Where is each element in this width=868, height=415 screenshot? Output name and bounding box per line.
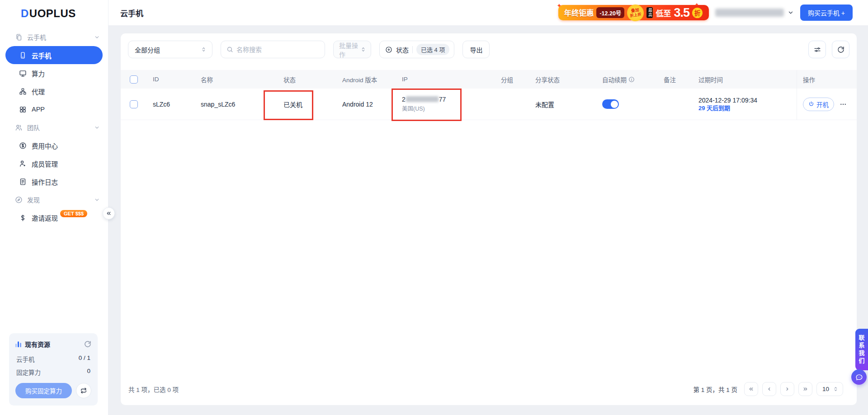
sidebar-item-logs[interactable]: 操作日志	[5, 173, 103, 191]
toggle-knob	[611, 101, 618, 108]
name-search-field	[221, 41, 325, 58]
swap-resource-button[interactable]	[76, 383, 91, 398]
buy-fixed-compute-button[interactable]: 购买固定算力	[15, 383, 72, 398]
resource-label: 固定算力	[16, 368, 41, 377]
log-document-icon	[19, 178, 27, 186]
plus-circle-icon	[385, 46, 392, 53]
sidebar-item-label: 费用中心	[32, 141, 58, 150]
column-header-name: 名称	[195, 70, 278, 89]
sidebar-item-label: 邀请返现	[32, 213, 58, 223]
cloud-phone-list-card: 全部分组 批量操作 状态 已选 4 项 导出	[121, 33, 857, 405]
power-icon	[808, 101, 814, 107]
contact-us-tab[interactable]: 联系我们	[855, 329, 868, 370]
team-icon	[15, 124, 23, 131]
phones-icon	[15, 33, 23, 41]
sparkle-icon: ✦	[557, 2, 561, 9]
double-chevron-left-icon	[748, 386, 754, 392]
divider	[412, 46, 413, 53]
refresh-icon	[837, 46, 844, 53]
promo-banner[interactable]: ✦ 年终钜惠 -12.20号 叠加 折上折 最高 低至 3.5 折 ✦	[558, 5, 709, 20]
sidebar-item-invite[interactable]: 邀请返现 GET $$$	[5, 209, 103, 227]
updown-chevron-icon	[833, 386, 839, 392]
row-checkbox[interactable]	[130, 100, 138, 108]
table-row: sLZc6 snap_sLZc6 已关机 Android 12 277 美国(U…	[121, 89, 857, 120]
sidebar-item-label: 代理	[32, 87, 45, 96]
resource-label: 云手机	[16, 354, 35, 364]
pagination-bar: 共 1 项，已选 0 项 第 1 页，共 1 页 10	[121, 377, 857, 405]
chevron-down-icon	[788, 9, 794, 16]
refresh-list-button[interactable]	[832, 41, 849, 58]
page-size-value: 10	[822, 386, 829, 392]
column-header-group: 分组	[495, 70, 529, 89]
cell-remark	[658, 89, 693, 120]
dollar-icon	[19, 214, 27, 222]
last-page-button[interactable]	[798, 382, 812, 396]
sidebar-item-billing[interactable]: 费用中心	[5, 136, 103, 154]
table-header-row: ID 名称 状态 Android 版本 IP 分组 分享状态 自动续期 备注 过…	[121, 70, 857, 89]
export-button[interactable]: 导出	[462, 41, 490, 58]
page-info: 第 1 页，共 1 页	[693, 385, 737, 394]
sidebar-group-cloud-phone[interactable]: 云手机	[0, 28, 108, 46]
dollar-circle-icon	[19, 142, 27, 149]
column-header-ip: IP	[396, 70, 495, 89]
expire-time: 2024-12-29 17:09:34	[698, 97, 757, 103]
group-filter-value: 全部分组	[135, 45, 160, 54]
sidebar-item-compute[interactable]: 算力	[5, 64, 103, 82]
buy-cloud-phone-button[interactable]: 购买云手机 +	[800, 5, 853, 21]
member-icon	[19, 160, 27, 168]
contact-us-label: 联系我们	[859, 334, 865, 364]
sidebar-item-app[interactable]: APP	[5, 100, 103, 118]
sidebar-item-cloud-phone[interactable]: 云手机	[5, 46, 103, 64]
sidebar-item-label: 操作日志	[32, 177, 58, 187]
chevron-down-icon	[94, 197, 100, 203]
chat-bubble-button[interactable]	[851, 369, 867, 385]
prev-page-button[interactable]	[762, 382, 776, 396]
column-settings-button[interactable]	[808, 41, 826, 58]
sidebar-item-proxy[interactable]: 代理	[5, 82, 103, 100]
sidebar-group-discover[interactable]: 发现	[0, 191, 108, 209]
duoplus-logo: DUOPLUS	[21, 7, 108, 20]
more-actions-button[interactable]	[838, 99, 848, 109]
column-header-share: 分享状态	[529, 70, 596, 89]
column-header-actions: 操作	[797, 70, 857, 89]
refresh-icon[interactable]	[84, 340, 91, 348]
grid-icon	[19, 106, 27, 113]
updown-chevron-icon	[201, 47, 207, 52]
bar-chart-icon	[15, 341, 21, 347]
group-filter-select[interactable]: 全部分组	[128, 41, 212, 58]
sidebar-item-members[interactable]: 成员管理	[5, 154, 103, 173]
double-chevron-left-icon	[106, 210, 112, 216]
account-menu[interactable]	[715, 9, 794, 17]
search-input[interactable]	[236, 46, 319, 53]
sidebar-collapse-button[interactable]	[103, 207, 115, 219]
account-name-redacted	[715, 9, 784, 17]
batch-actions-label: 批量操作	[339, 41, 360, 59]
cell-status: 已关机	[278, 89, 336, 120]
select-all-checkbox[interactable]	[130, 75, 138, 84]
ip-region: 美国(US)	[402, 104, 425, 112]
page-size-select[interactable]: 10	[816, 382, 843, 396]
status-filter-chip[interactable]: 状态 已选 4 项	[379, 41, 454, 58]
chevron-left-icon	[766, 386, 772, 392]
sidebar-item-label: 云手机	[32, 51, 52, 60]
monitor-icon	[19, 70, 27, 77]
cell-name: snap_sLZc6	[195, 89, 278, 120]
sidebar-group-team[interactable]: 团队	[0, 118, 108, 136]
next-page-button[interactable]	[780, 382, 794, 396]
chat-icon	[855, 373, 863, 381]
info-icon[interactable]	[628, 76, 635, 83]
page-title: 云手机	[120, 7, 143, 19]
first-page-button[interactable]	[744, 382, 758, 396]
sidebar-group-label: 团队	[27, 123, 40, 132]
cell-share-status: 未配置	[529, 89, 596, 120]
resource-panel-title: 现有资源	[25, 340, 50, 349]
power-on-button[interactable]: 开机	[803, 98, 834, 111]
resource-row-fixed-compute: 固定算力 0	[16, 368, 90, 377]
batch-actions-select[interactable]: 批量操作	[333, 41, 371, 58]
ip-redacted	[406, 96, 439, 102]
toolbar: 全部分组 批量操作 状态 已选 4 项 导出	[121, 33, 857, 58]
invite-cashback-badge: GET $$$	[60, 210, 87, 217]
auto-renew-toggle[interactable]	[602, 99, 619, 109]
sidebar-item-label: 成员管理	[32, 159, 58, 168]
resource-panel: 现有资源 云手机 0 / 1 固定算力 0 购买固定算力	[9, 333, 98, 406]
